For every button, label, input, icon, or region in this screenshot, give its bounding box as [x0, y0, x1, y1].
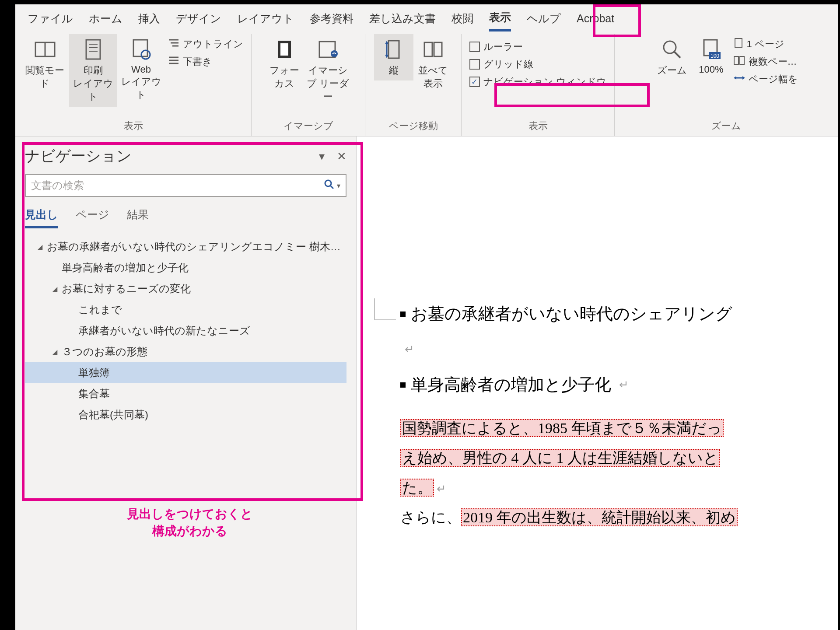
tab-help[interactable]: ヘルプ: [527, 11, 561, 30]
label: 100%: [699, 64, 723, 75]
print-layout-button[interactable]: 印刷 レイアウト: [69, 34, 117, 107]
tree-label: 単身高齢者の増加と少子化: [62, 261, 189, 275]
page-100-icon: 100: [700, 38, 723, 61]
ruler-checkbox[interactable]: ルーラー: [469, 40, 606, 53]
headings-tree: ◢お墓の承継者がいない時代のシェアリングエコノミー 樹木… 単身高齢者の増加と少…: [25, 236, 346, 425]
tree-label: お墓の承継者がいない時代のシェアリングエコノミー 樹木…: [47, 240, 341, 254]
search-icon[interactable]: [324, 179, 334, 192]
one-page-icon: [734, 38, 743, 51]
tree-node[interactable]: ◢お墓に対するニーズの変化: [25, 278, 346, 299]
tree-node[interactable]: 承継者がいない時代の新たなニーズ: [25, 320, 346, 341]
group-label-zoom: ズーム: [711, 117, 741, 136]
tree-node[interactable]: ◢お墓の承継者がいない時代のシェアリングエコノミー 樹木…: [25, 236, 346, 257]
zoom-button[interactable]: ズーム: [652, 34, 692, 80]
focus-button[interactable]: フォー カス: [265, 34, 304, 94]
page-corner-mark: [374, 298, 396, 320]
tracked-change: 2019 年の出生数は、統計開始以来、初め: [461, 508, 738, 526]
close-icon[interactable]: ✕: [337, 150, 346, 163]
group-label-views: 表示: [124, 117, 143, 136]
label: 下書き: [183, 55, 212, 68]
svg-point-25: [664, 41, 676, 53]
tab-design[interactable]: デザイン: [176, 11, 221, 30]
book-icon: [33, 38, 57, 61]
outline-button[interactable]: アウトライン: [168, 38, 243, 51]
multi-page-icon: [734, 56, 745, 68]
web-layout-button[interactable]: Web レイアウト: [117, 34, 165, 105]
svg-rect-30: [735, 38, 742, 47]
label: イマーシ ブ リーダー: [306, 64, 350, 103]
tab-references[interactable]: 参考資料: [310, 11, 354, 30]
read-mode-button[interactable]: 閲覧モード: [21, 34, 69, 94]
tab-file[interactable]: ファイル: [28, 11, 73, 30]
svg-rect-23: [424, 42, 432, 56]
draft-button[interactable]: 下書き: [168, 55, 243, 68]
tab-mailings[interactable]: 差し込み文書: [369, 11, 436, 30]
label: ズーム: [657, 64, 687, 77]
nav-tab-headings[interactable]: 見出し: [25, 207, 58, 228]
svg-marker-35: [742, 76, 745, 80]
label: 複数ペー…: [749, 55, 797, 68]
tree-label: ３つのお墓の形態: [62, 345, 147, 359]
tab-view[interactable]: 表示: [489, 10, 511, 32]
checkbox-icon: [469, 42, 480, 52]
checkbox-checked-icon: ✓: [469, 77, 480, 87]
vertical-button[interactable]: 縦: [374, 34, 413, 80]
gridlines-checkbox[interactable]: グリッド線: [469, 58, 606, 71]
tree-node[interactable]: 単身高齢者の増加と少子化: [25, 257, 346, 278]
label: ページ幅を: [749, 73, 798, 86]
tabstrip: ファイル ホーム 挿入 デザイン レイアウト 参考資料 差し込み文書 校閲 表示…: [15, 4, 838, 32]
document-heading-2: 単身高齢者の増加と少子化↵: [383, 356, 838, 409]
tree-label: 承継者がいない時代の新たなニーズ: [78, 324, 250, 338]
svg-rect-2: [86, 40, 100, 59]
one-page-button[interactable]: 1 ページ: [734, 38, 798, 51]
label: フォー カス: [270, 64, 299, 90]
tracked-change: え始め、男性の 4 人に 1 人は生涯結婚しないと: [400, 449, 720, 467]
tab-acrobat[interactable]: Acrobat: [577, 12, 614, 29]
annotation-text: 見出しをつけておくと構成がわかる: [127, 505, 253, 539]
tree-label: 集合墓: [78, 387, 110, 401]
document-area[interactable]: お墓の承継者がいない時代のシェアリング ↵ 単身高齢者の増加と少子化↵ 国勢調査…: [357, 136, 838, 630]
tree-label: これまで: [78, 303, 122, 317]
tree-node[interactable]: 集合墓: [25, 383, 346, 404]
chevron-down-icon[interactable]: ▾: [337, 182, 340, 190]
svg-text:100: 100: [710, 53, 719, 59]
label: Web レイアウト: [119, 64, 164, 102]
tab-insert[interactable]: 挿入: [138, 11, 160, 30]
paragraph-mark: ↵: [383, 343, 838, 356]
svg-rect-18: [388, 41, 399, 58]
tracked-change: 国勢調査によると、1985 年頃まで５％未満だっ: [400, 419, 724, 437]
page-width-button[interactable]: ページ幅を: [734, 73, 798, 86]
label: グリッド線: [483, 58, 533, 71]
tree-label: 合祀墓(共同墓): [78, 408, 148, 422]
tree-node[interactable]: これまで: [25, 299, 346, 320]
caret-down-icon: ◢: [52, 285, 62, 293]
pane-menu-icon[interactable]: ▾: [319, 150, 325, 163]
label: 並べて 表示: [418, 64, 448, 90]
document-paragraph: 国勢調査によると、1985 年頃まで５％未満だっ え始め、男性の 4 人に 1 …: [383, 409, 838, 532]
tab-review[interactable]: 校閲: [452, 11, 473, 30]
nav-tab-results[interactable]: 結果: [127, 207, 149, 228]
focus-icon: [273, 38, 296, 61]
label: ナビゲーション ウィンドウ: [483, 75, 606, 88]
vertical-page-icon: [382, 38, 406, 61]
tree-label: 単独簿: [78, 366, 110, 380]
body-text: さらに、: [400, 509, 461, 525]
navigation-search-input[interactable]: 文書の検索 ▾: [25, 174, 346, 197]
tab-home[interactable]: ホーム: [89, 11, 122, 30]
caret-down-icon: ◢: [52, 348, 62, 356]
immersive-reader-button[interactable]: イマーシ ブ リーダー: [304, 34, 352, 107]
side-pages-icon: [421, 38, 445, 61]
multi-page-button[interactable]: 複数ペー…: [734, 55, 798, 68]
label: 閲覧モード: [23, 64, 67, 90]
tree-node-selected[interactable]: 単独簿: [25, 362, 346, 383]
navigation-pane-title: ナビゲーション: [25, 146, 132, 166]
nav-tab-pages[interactable]: ページ: [76, 207, 109, 228]
side-by-side-button[interactable]: 並べて 表示: [413, 34, 453, 94]
tree-node[interactable]: ◢３つのお墓の形態: [25, 341, 346, 362]
navigation-pane-checkbox[interactable]: ✓ ナビゲーション ウィンドウ: [469, 75, 606, 88]
group-label-pagemove: ページ移動: [389, 117, 438, 136]
tree-node[interactable]: 合祀墓(共同墓): [25, 404, 346, 425]
zoom-100-button[interactable]: 100 100%: [692, 34, 731, 79]
svg-point-17: [331, 50, 338, 57]
tab-layout[interactable]: レイアウト: [237, 11, 294, 30]
